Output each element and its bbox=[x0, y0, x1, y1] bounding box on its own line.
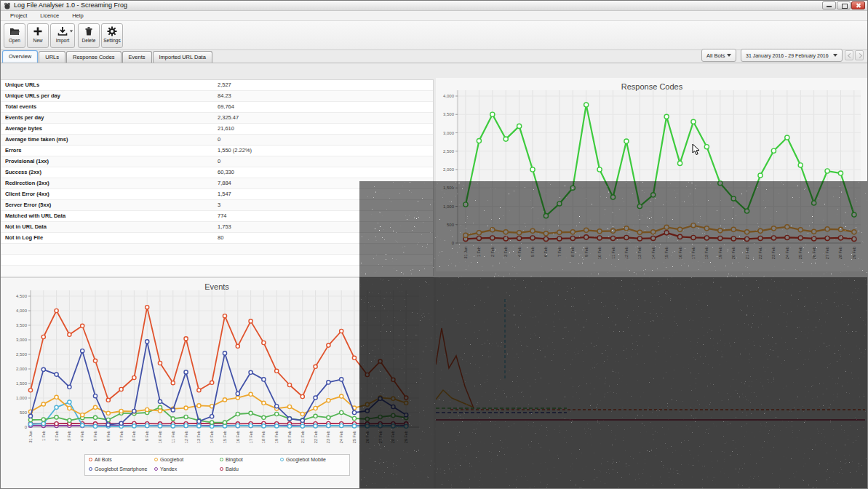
bots-filter-dropdown[interactable]: All Bots bbox=[701, 49, 736, 62]
svg-text:24 Feb: 24 Feb bbox=[339, 431, 343, 443]
svg-text:2 Feb: 2 Feb bbox=[55, 431, 59, 441]
svg-text:15 Feb: 15 Feb bbox=[664, 247, 669, 259]
legend-label: Googlebot Smartphone bbox=[95, 466, 147, 472]
svg-text:1,500: 1,500 bbox=[443, 186, 455, 190]
table-row[interactable] bbox=[1, 244, 433, 255]
stat-label: Server Error (5xx) bbox=[5, 200, 51, 210]
import-download-icon bbox=[57, 26, 68, 36]
stat-label: Unique URLs per day bbox=[5, 91, 60, 101]
stat-label: Success (2xx) bbox=[5, 167, 41, 178]
table-row[interactable]: Total events69,764 bbox=[1, 102, 433, 113]
table-row[interactable]: Unique URLs per day84.23 bbox=[1, 91, 433, 102]
svg-text:4,000: 4,000 bbox=[443, 94, 455, 98]
svg-text:18 Feb: 18 Feb bbox=[704, 247, 709, 259]
svg-text:0: 0 bbox=[25, 425, 28, 429]
svg-text:4 Feb: 4 Feb bbox=[517, 247, 522, 257]
svg-text:13 Feb: 13 Feb bbox=[196, 431, 201, 443]
menu-item-project[interactable]: Project bbox=[4, 12, 33, 20]
table-row[interactable]: Average time taken (ms)0 bbox=[1, 135, 433, 146]
maximize-button[interactable] bbox=[837, 1, 851, 9]
minimize-button[interactable] bbox=[822, 1, 836, 9]
table-row[interactable]: Events per day2,325.47 bbox=[1, 113, 433, 124]
stat-value: 80 bbox=[218, 233, 223, 243]
menu-item-licence[interactable]: Licence bbox=[33, 12, 65, 20]
table-row[interactable]: Redirection (3xx)7,884 bbox=[1, 178, 433, 189]
svg-text:4,500: 4,500 bbox=[16, 294, 28, 298]
legend-item-all-bots: All Bots bbox=[89, 457, 112, 462]
svg-text:18 Feb: 18 Feb bbox=[261, 431, 266, 443]
svg-text:15 Feb: 15 Feb bbox=[223, 431, 227, 443]
table-row[interactable]: Not in URL Data1,753 bbox=[1, 222, 433, 233]
stat-value: 1,550 (2.22%) bbox=[218, 146, 252, 156]
tab-imported-url-data[interactable]: Imported URL Data bbox=[153, 51, 212, 63]
stat-value: 7,884 bbox=[218, 178, 231, 188]
svg-text:14 Feb: 14 Feb bbox=[651, 247, 656, 259]
legend-marker bbox=[89, 458, 92, 461]
prev-period-button[interactable] bbox=[845, 50, 853, 60]
legend-item-googlebot-smartphone: Googlebot Smartphone bbox=[89, 466, 147, 472]
legend-marker bbox=[89, 467, 92, 471]
svg-text:3 Feb: 3 Feb bbox=[67, 431, 71, 441]
svg-text:9 Feb: 9 Feb bbox=[145, 431, 149, 441]
svg-text:6 Feb: 6 Feb bbox=[544, 247, 548, 257]
tab-urls[interactable]: URLs bbox=[39, 51, 65, 63]
legend-label: Googlebot bbox=[160, 457, 183, 462]
date-range-dropdown[interactable]: 31 January 2016 - 29 February 2016 bbox=[741, 49, 843, 62]
app-icon bbox=[4, 2, 11, 9]
stat-label: Total events bbox=[5, 102, 36, 112]
obscured-chart-fragments bbox=[436, 277, 868, 489]
table-row[interactable] bbox=[1, 266, 433, 277]
svg-text:7 Feb: 7 Feb bbox=[557, 247, 562, 257]
toolbar-button-label: New bbox=[33, 38, 42, 43]
svg-text:23 Feb: 23 Feb bbox=[771, 247, 776, 259]
import-button[interactable]: Import bbox=[50, 23, 75, 48]
close-button[interactable] bbox=[851, 1, 865, 9]
stat-value: 0 bbox=[218, 135, 220, 145]
open-button[interactable]: Open bbox=[4, 23, 25, 48]
table-row[interactable]: Server Error (5xx)3 bbox=[1, 200, 433, 211]
stat-label: Average bytes bbox=[5, 124, 42, 134]
svg-text:27 Feb: 27 Feb bbox=[378, 431, 383, 443]
mouse-cursor bbox=[692, 143, 701, 156]
settings-button[interactable]: Settings bbox=[101, 23, 123, 48]
svg-text:19 Feb: 19 Feb bbox=[274, 431, 279, 443]
table-row[interactable]: Matched with URL Data774 bbox=[1, 211, 433, 222]
table-row[interactable]: Errors1,550 (2.22%) bbox=[1, 146, 433, 156]
svg-text:10 Feb: 10 Feb bbox=[158, 431, 162, 443]
legend-item-googlebot-mobile: Googlebot Mobile bbox=[280, 457, 326, 462]
stat-label: Unique URLs bbox=[5, 80, 39, 90]
tab-events[interactable]: Events bbox=[122, 51, 152, 63]
app-window: Log File Analyser 1.0 - Screaming Frog P… bbox=[0, 0, 868, 489]
svg-text:4,000: 4,000 bbox=[16, 309, 28, 313]
svg-text:22 Feb: 22 Feb bbox=[314, 431, 318, 443]
next-period-button[interactable] bbox=[855, 50, 864, 60]
svg-text:2,000: 2,000 bbox=[443, 167, 455, 172]
svg-text:16 Feb: 16 Feb bbox=[678, 247, 682, 259]
svg-text:3,000: 3,000 bbox=[443, 131, 455, 135]
svg-text:12 Feb: 12 Feb bbox=[184, 431, 188, 443]
svg-text:Response Codes: Response Codes bbox=[621, 82, 683, 91]
table-row[interactable]: Provisional (1xx)0 bbox=[1, 156, 433, 167]
table-row[interactable]: Not in Log File80 bbox=[1, 233, 433, 244]
table-row[interactable]: Success (2xx)60,330 bbox=[1, 167, 433, 178]
svg-text:20 Feb: 20 Feb bbox=[287, 431, 292, 443]
tab-overview[interactable]: Overview bbox=[2, 50, 38, 63]
menu-item-help[interactable]: Help bbox=[65, 12, 89, 20]
svg-text:8 Feb: 8 Feb bbox=[132, 431, 136, 441]
tab-response-codes[interactable]: Response Codes bbox=[66, 51, 122, 63]
table-row[interactable] bbox=[1, 255, 433, 266]
table-row[interactable]: Average bytes21,610 bbox=[1, 124, 433, 135]
new-plus-icon bbox=[33, 26, 43, 36]
svg-text:Events: Events bbox=[204, 282, 229, 291]
table-row[interactable]: Unique URLs2,527 bbox=[1, 80, 433, 91]
delete-button[interactable]: Delete bbox=[78, 23, 100, 48]
stat-value: 84.23 bbox=[218, 91, 231, 101]
svg-text:29 Feb: 29 Feb bbox=[852, 247, 856, 259]
toolbar-button-label: Settings bbox=[103, 38, 121, 43]
title-bar[interactable]: Log File Analyser 1.0 - Screaming Frog bbox=[1, 1, 867, 11]
svg-text:25 Feb: 25 Feb bbox=[798, 247, 803, 259]
svg-text:8 Feb: 8 Feb bbox=[570, 247, 575, 257]
events-chart-legend: All BotsGooglebotBingbotGooglebot Mobile… bbox=[84, 454, 350, 476]
new-button[interactable]: New bbox=[27, 23, 49, 48]
table-row[interactable]: Client Error (4xx)1,547 bbox=[1, 189, 433, 200]
